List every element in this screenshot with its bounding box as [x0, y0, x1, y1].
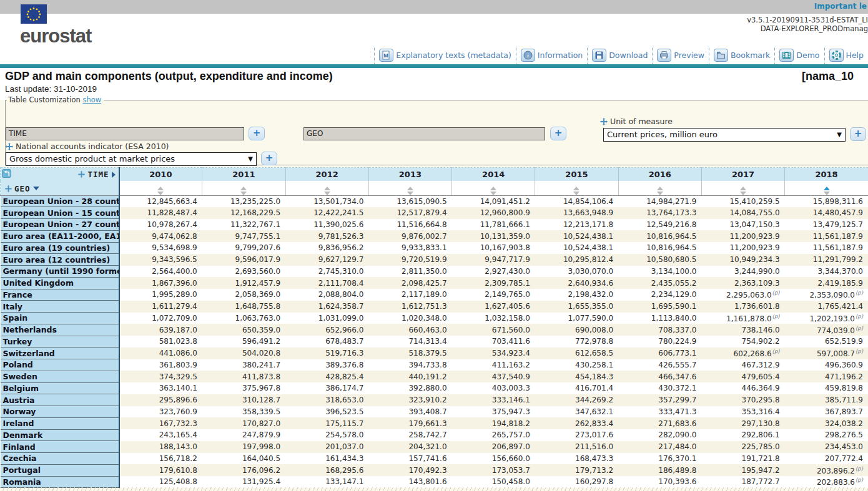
row-label[interactable]: Turkey [1, 336, 119, 348]
data-cell: 10,524,438.1 [535, 230, 618, 242]
row-label[interactable]: Spain [1, 313, 119, 324]
time-dimension-box[interactable]: TIME [6, 127, 244, 140]
geo-axis-header[interactable]: GEO [5, 184, 39, 193]
row-label[interactable]: Romania [1, 476, 119, 488]
sort-down-icon[interactable] [157, 192, 164, 195]
row-label[interactable]: Euro area (12 countries) [1, 254, 119, 266]
geo-dimension-box[interactable]: GEO [303, 127, 545, 140]
sort-control-2014[interactable] [452, 181, 535, 196]
sort-up-icon[interactable] [740, 187, 746, 190]
indicator-add-button[interactable]: + [261, 152, 277, 165]
unit-of-measure-select[interactable]: Current prices, million euro ▼ [603, 128, 846, 142]
toolbar-item-help[interactable]: Help [824, 47, 868, 64]
table-bottom-hatch [0, 487, 868, 491]
table-row: Euro area (19 countries)9,534,698.99,799… [1, 242, 868, 254]
sort-control-2018[interactable] [785, 181, 868, 196]
sort-down-icon[interactable] [407, 192, 413, 195]
data-cell: 1,063,763.0 [202, 313, 285, 324]
row-label[interactable]: Netherlands [1, 324, 119, 336]
sort-up-icon[interactable] [573, 187, 579, 190]
row-label[interactable]: European Union - 15 countrie [1, 207, 119, 219]
row-label[interactable]: European Union - 28 countrie [1, 195, 119, 207]
sort-control-2017[interactable] [701, 181, 784, 196]
data-cell: 13,615,090.5 [368, 195, 451, 207]
year-header-2013[interactable]: 2013 [368, 168, 451, 181]
sort-up-icon[interactable] [407, 187, 413, 190]
row-label[interactable]: European Union - 27 countrie [1, 219, 119, 231]
sort-down-icon[interactable] [657, 192, 663, 195]
sort-down-icon[interactable] [573, 192, 579, 195]
time-axis-header[interactable]: TIME [78, 170, 115, 179]
year-header-2010[interactable]: 2010 [119, 168, 202, 181]
data-cell: 678,483.7 [285, 336, 368, 348]
indicator-select[interactable]: Gross domestic product at market prices … [6, 152, 257, 166]
data-cell: 323,760.9 [119, 406, 202, 418]
toolbar-item-information[interactable]: iInformation [516, 47, 587, 64]
row-label[interactable]: Norway [1, 406, 119, 418]
toolbar-item-explanatory-texts-metadata[interactable]: MExplanatory texts (metadata) [374, 47, 516, 64]
year-header-2014[interactable]: 2014 [452, 168, 535, 181]
year-header-2016[interactable]: 2016 [618, 168, 701, 181]
row-label[interactable]: Sweden [1, 371, 119, 382]
data-cell: 1,765,421.4 [785, 301, 868, 313]
geo-add-button[interactable]: + [550, 127, 566, 140]
row-label[interactable]: France [1, 289, 119, 301]
year-header-row: TIME GEO 2010201120122013201420152016201… [1, 168, 868, 181]
sort-up-icon[interactable] [657, 187, 663, 190]
data-cell: 202,883.6(p) [785, 476, 868, 488]
row-label[interactable]: Portugal [1, 464, 119, 476]
data-cell: 772,978.8 [535, 336, 618, 348]
toolbar-item-demo[interactable]: Demo [774, 47, 824, 64]
sort-down-icon[interactable] [324, 192, 330, 195]
row-label[interactable]: Italy [1, 301, 119, 313]
sort-control-2011[interactable] [202, 181, 285, 196]
sort-control-2012[interactable] [285, 181, 368, 196]
row-label[interactable]: Austria [1, 394, 119, 406]
toolbar-item-bookmark[interactable]: Bookmark [709, 47, 774, 64]
chevron-right-icon [112, 172, 116, 178]
row-label[interactable]: Denmark [1, 429, 119, 441]
unit-add-button[interactable]: + [850, 127, 866, 141]
sort-down-icon[interactable] [824, 192, 830, 195]
toolbar-item-preview[interactable]: Preview [652, 47, 709, 64]
toolbar-item-download[interactable]: Download [587, 47, 652, 64]
year-header-2017[interactable]: 2017 [701, 168, 784, 181]
data-cell: 690,008.0 [535, 324, 618, 336]
sort-down-icon[interactable] [490, 192, 496, 195]
data-cell: 201,037.0 [285, 441, 368, 453]
pivot-icon[interactable] [2, 169, 11, 178]
row-label[interactable]: Switzerland [1, 348, 119, 359]
row-label[interactable]: Euro area (EA11-2000, EA12- [1, 230, 119, 242]
row-label[interactable]: Poland [1, 359, 119, 371]
table-row: Sweden374,329.5411,873.8428,825.4440,191… [1, 371, 868, 382]
row-label[interactable]: United Kingdom [1, 277, 119, 289]
data-cell: 430,372.1 [618, 382, 701, 394]
year-header-2015[interactable]: 2015 [535, 168, 618, 181]
important-notice-link[interactable]: Important le [814, 2, 867, 11]
row-label[interactable]: Germany (until 1990 former t [1, 266, 119, 278]
toolbar-item-label: Explanatory texts (metadata) [396, 51, 511, 60]
provisional-flag: (p) [856, 313, 863, 319]
sort-control-2010[interactable] [119, 181, 202, 196]
sort-up-icon[interactable] [157, 187, 164, 190]
sort-up-icon[interactable] [240, 187, 247, 190]
sort-up-icon[interactable] [324, 187, 330, 190]
year-header-2012[interactable]: 2012 [285, 168, 368, 181]
time-add-button[interactable]: + [249, 127, 265, 140]
sort-control-2013[interactable] [368, 181, 451, 196]
row-label[interactable]: Euro area (19 countries) [1, 242, 119, 254]
sort-control-2015[interactable] [535, 181, 618, 196]
row-label[interactable]: Czechia [1, 453, 119, 465]
sort-control-2016[interactable] [618, 181, 701, 196]
row-label[interactable]: Belgium [1, 382, 119, 394]
show-link[interactable]: show [82, 95, 101, 104]
year-header-2011[interactable]: 2011 [202, 168, 285, 181]
row-label[interactable]: Finland [1, 441, 119, 453]
sort-up-icon[interactable] [824, 187, 830, 190]
sort-down-icon[interactable] [740, 192, 746, 195]
sort-up-icon[interactable] [490, 187, 496, 190]
row-label[interactable]: Ireland [1, 417, 119, 429]
year-header-2018[interactable]: 2018 [785, 168, 868, 181]
data-cell: 467,312.9 [701, 359, 784, 371]
sort-down-icon[interactable] [240, 192, 247, 195]
